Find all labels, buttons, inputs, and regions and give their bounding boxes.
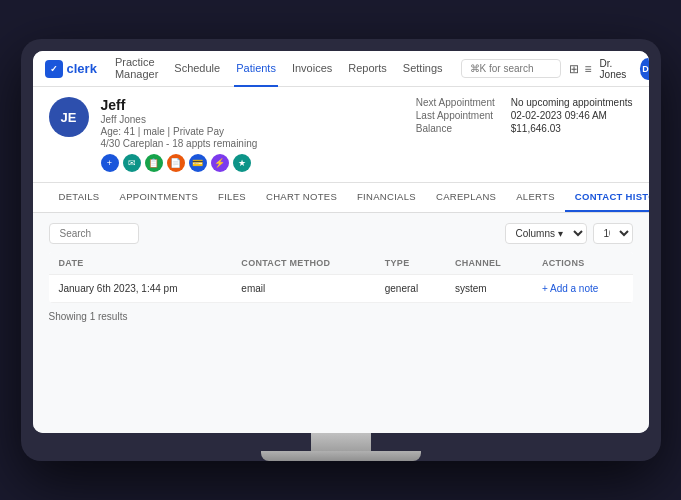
last-appt-value: 02-02-2023 09:46 AM — [511, 110, 633, 121]
patient-avatar: JE — [49, 97, 89, 137]
balance-label: Balance — [416, 123, 495, 134]
action-btn-6[interactable]: ⚡ — [211, 154, 229, 172]
add-note-link[interactable]: + Add a note — [542, 283, 598, 294]
tab-chart-notes[interactable]: Chart Notes — [256, 183, 347, 212]
cell-action[interactable]: + Add a note — [532, 275, 633, 303]
cell-date: January 6th 2023, 1:44 pm — [49, 275, 232, 303]
action-btn-2[interactable]: ✉ — [123, 154, 141, 172]
table-search-input[interactable] — [49, 223, 139, 244]
table-row: January 6th 2023, 1:44 pm email general … — [49, 275, 633, 303]
patient-appointments-summary: Next Appointment No upcoming appointment… — [416, 97, 633, 134]
user-name[interactable]: Dr. Jones — [600, 58, 632, 80]
nav-items: Practice Manager Schedule Patients Invoi… — [113, 51, 445, 87]
col-actions: Actions — [532, 252, 633, 275]
tab-appointments[interactable]: Appointments — [110, 183, 209, 212]
app-logo[interactable]: ✓ clerk — [45, 60, 97, 78]
action-btn-3[interactable]: 📋 — [145, 154, 163, 172]
stand-base — [261, 451, 421, 461]
col-contact-method: Contact Method — [231, 252, 374, 275]
col-channel: Channel — [445, 252, 532, 275]
columns-select[interactable]: Columns ▾ — [505, 223, 587, 244]
per-page-select[interactable]: 10 25 50 — [593, 223, 633, 244]
cell-contact-method: email — [231, 275, 374, 303]
patient-header: JE Jeff Jeff Jones Age: 41 | male | Priv… — [33, 87, 649, 183]
next-appt-value: No upcoming appointments — [511, 97, 633, 108]
table-header-row: Date Contact Method Type Channel Actions — [49, 252, 633, 275]
user-avatar[interactable]: DJ — [640, 58, 649, 80]
content-area: Columns ▾ 10 25 50 Date Contact Method T… — [33, 213, 649, 433]
col-date: Date — [49, 252, 232, 275]
patient-careplan: 4/30 Careplan - 18 appts remaining — [101, 138, 384, 149]
list-icon[interactable]: ≡ — [585, 62, 592, 76]
top-nav: ✓ clerk Practice Manager Schedule Patien… — [33, 51, 649, 87]
monitor-stand — [33, 433, 649, 461]
balance-value: $11,646.03 — [511, 123, 633, 134]
patient-details: Age: 41 | male | Private Pay — [101, 126, 384, 137]
content-toolbar: Columns ▾ 10 25 50 — [49, 223, 633, 244]
nav-settings[interactable]: Settings — [401, 51, 445, 87]
patient-tabs: Details Appointments Files Chart Notes F… — [33, 183, 649, 213]
last-appt-label: Last Appointment — [416, 110, 495, 121]
nav-icon-group: ⊞ ≡ — [569, 62, 592, 76]
action-btn-1[interactable]: + — [101, 154, 119, 172]
patient-full-name: Jeff Jones — [101, 114, 384, 125]
patient-action-buttons: + ✉ 📋 📄 💳 ⚡ ★ — [101, 154, 384, 172]
nav-practice-manager[interactable]: Practice Manager — [113, 51, 160, 87]
patient-name: Jeff — [101, 97, 384, 113]
action-btn-5[interactable]: 💳 — [189, 154, 207, 172]
grid-icon[interactable]: ⊞ — [569, 62, 579, 76]
toolbar-right: Columns ▾ 10 25 50 — [505, 223, 633, 244]
nav-patients[interactable]: Patients — [234, 51, 278, 87]
tab-details[interactable]: Details — [49, 183, 110, 212]
action-btn-4[interactable]: 📄 — [167, 154, 185, 172]
nav-search-area: ⊞ ≡ Dr. Jones DJ — [461, 58, 649, 80]
app-name: clerk — [67, 61, 97, 76]
col-type: Type — [375, 252, 445, 275]
stand-neck — [311, 433, 371, 451]
tab-alerts[interactable]: Alerts — [506, 183, 565, 212]
nav-schedule[interactable]: Schedule — [172, 51, 222, 87]
tab-careplans[interactable]: Careplans — [426, 183, 506, 212]
contact-history-table: Date Contact Method Type Channel Actions… — [49, 252, 633, 303]
action-btn-7[interactable]: ★ — [233, 154, 251, 172]
cell-channel: system — [445, 275, 532, 303]
nav-reports[interactable]: Reports — [346, 51, 389, 87]
logo-icon: ✓ — [45, 60, 63, 78]
patient-info: Jeff Jeff Jones Age: 41 | male | Private… — [101, 97, 384, 172]
tab-files[interactable]: Files — [208, 183, 256, 212]
tab-contact-history[interactable]: Contact History — [565, 183, 649, 212]
tab-financials[interactable]: Financials — [347, 183, 426, 212]
showing-results: Showing 1 results — [49, 311, 633, 322]
search-input[interactable] — [461, 59, 561, 78]
next-appt-label: Next Appointment — [416, 97, 495, 108]
cell-type: general — [375, 275, 445, 303]
nav-invoices[interactable]: Invoices — [290, 51, 334, 87]
